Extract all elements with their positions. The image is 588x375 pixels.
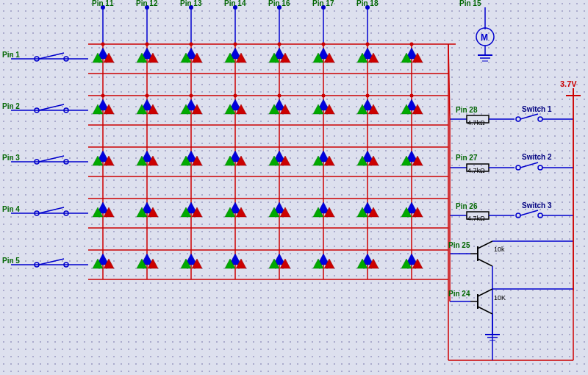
pin24-label: Pin 24 (448, 290, 470, 298)
svg-point-244 (101, 94, 105, 98)
pin3-label: Pin 3 (2, 154, 20, 162)
pin26-label: Pin 26 (456, 202, 478, 210)
svg-line-214 (520, 210, 538, 215)
switch3-label: Switch 3 (522, 201, 552, 210)
voltage-label: 3.7V (560, 79, 577, 88)
svg-line-51 (39, 259, 64, 265)
svg-point-250 (366, 94, 370, 98)
transistor1-label: 10k (494, 246, 505, 253)
svg-point-206 (538, 165, 542, 170)
schematic-canvas: M (0, 0, 588, 375)
svg-line-226 (478, 289, 492, 296)
svg-line-219 (478, 241, 492, 249)
svg-point-212 (516, 213, 520, 218)
pin17-label: Pin 17 (312, 0, 334, 7)
svg-line-48 (39, 207, 64, 213)
pin13-label: Pin 13 (180, 0, 202, 7)
svg-point-236 (101, 43, 105, 46)
transistor2-label: 10K (494, 294, 506, 301)
svg-point-198 (516, 117, 520, 121)
pin16-label: Pin 16 (268, 0, 290, 7)
svg-point-239 (234, 43, 237, 46)
pin11-label: Pin 11 (92, 0, 114, 7)
resistor1-label: 4.7kΩ (467, 119, 485, 126)
svg-point-251 (410, 94, 414, 98)
svg-text:M: M (481, 32, 488, 43)
pin28-label: Pin 28 (456, 106, 478, 114)
svg-line-200 (520, 114, 538, 119)
pin27-label: Pin 27 (456, 154, 478, 162)
pin2-label: Pin 2 (2, 102, 20, 110)
pin18-label: Pin 18 (356, 0, 379, 7)
resistor2-label: 4.7kΩ (467, 167, 485, 174)
svg-point-247 (234, 94, 237, 98)
svg-line-42 (39, 104, 64, 110)
pin1-label: Pin 1 (2, 51, 20, 59)
svg-point-199 (538, 117, 542, 121)
svg-point-213 (538, 213, 542, 218)
svg-point-241 (322, 43, 326, 46)
svg-point-245 (146, 94, 149, 98)
svg-line-227 (478, 307, 492, 314)
svg-point-205 (516, 165, 520, 170)
svg-point-238 (190, 43, 193, 46)
svg-line-220 (478, 259, 492, 266)
switch1-label: Switch 1 (522, 105, 552, 113)
pin12-label: Pin 12 (136, 0, 158, 7)
svg-line-207 (520, 162, 538, 168)
resistor3-label: 4.7kΩ (467, 215, 485, 222)
pin25-label: Pin 25 (448, 241, 470, 249)
switch2-label: Switch 2 (522, 153, 552, 161)
svg-point-237 (146, 43, 149, 46)
svg-point-242 (366, 43, 370, 46)
svg-point-246 (190, 94, 193, 98)
svg-point-248 (278, 94, 282, 98)
pin15-label: Pin 15 (459, 0, 481, 7)
svg-point-249 (322, 94, 326, 98)
pin14-label: Pin 14 (224, 0, 246, 7)
pin5-label: Pin 5 (2, 257, 20, 265)
pin4-label: Pin 4 (2, 205, 20, 213)
svg-point-243 (410, 43, 414, 46)
svg-line-39 (39, 53, 64, 59)
svg-point-240 (278, 43, 282, 46)
svg-line-45 (39, 156, 64, 162)
